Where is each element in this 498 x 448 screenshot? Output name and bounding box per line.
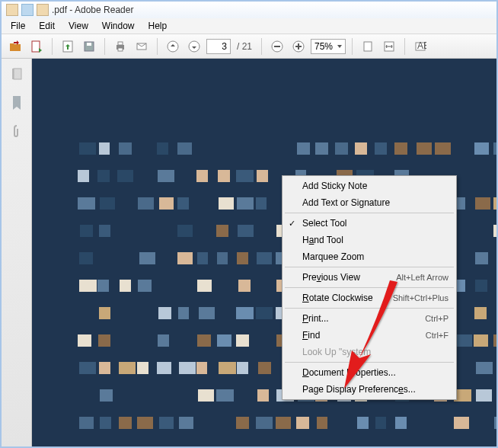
redacted-text (375, 417, 386, 429)
sidebar (2, 59, 32, 446)
zoom-out-button[interactable] (268, 37, 286, 56)
menu-edit[interactable]: Edit (33, 19, 61, 33)
redacted-text (137, 417, 153, 429)
separator (52, 38, 53, 55)
redacted-text (197, 252, 208, 264)
redacted-text (219, 362, 236, 374)
email-button[interactable] (132, 37, 151, 56)
chevron-down-icon (337, 45, 342, 48)
redacted-text (98, 334, 110, 347)
redacted-text (296, 417, 309, 429)
redacted-text (99, 307, 110, 319)
ctx-marquee-zoom[interactable]: Marquee Zoom (284, 248, 455, 265)
menu-file[interactable]: File (5, 19, 31, 33)
redacted-text (177, 197, 189, 210)
redacted-text (158, 170, 174, 182)
redacted-text (138, 280, 152, 292)
redacted-text (476, 389, 492, 402)
prev-page-button[interactable] (164, 37, 182, 56)
redacted-text (474, 307, 487, 319)
redacted-text (237, 362, 248, 374)
print-button[interactable] (111, 37, 129, 56)
redacted-text (493, 334, 496, 347)
redacted-text (474, 142, 489, 155)
redacted-text (117, 170, 133, 182)
ctx-document-properties[interactable]: Document Properties... (284, 364, 455, 381)
redacted-text (476, 362, 493, 374)
redacted-text (493, 225, 496, 237)
convert-button[interactable] (59, 37, 77, 56)
menubar: File Edit View Window Help (2, 18, 496, 34)
zoom-in-button[interactable] (289, 37, 308, 56)
redacted-text (79, 417, 94, 429)
redacted-text (216, 389, 234, 402)
menu-view[interactable]: View (62, 19, 94, 33)
thumbnails-panel-button[interactable] (9, 66, 24, 82)
page-number-input[interactable] (206, 39, 231, 54)
redacted-text (78, 197, 95, 210)
open-button[interactable] (6, 37, 24, 56)
redacted-text (119, 362, 136, 374)
separator (285, 308, 454, 309)
redacted-text (256, 417, 273, 429)
redacted-text (475, 280, 487, 292)
redacted-text (198, 389, 214, 402)
redacted-text (357, 417, 369, 429)
redacted-text (179, 362, 196, 374)
redacted-text (79, 142, 96, 155)
separator (157, 38, 158, 55)
ctx-add-sticky-note[interactable]: Add Sticky Note (284, 178, 455, 194)
fit-page-button[interactable] (359, 37, 377, 56)
fit-width-button[interactable] (380, 37, 398, 56)
redacted-text (217, 334, 231, 347)
file-thumb-3 (37, 4, 49, 16)
create-pdf-button[interactable] (27, 37, 46, 56)
bookmarks-panel-button[interactable] (9, 95, 24, 110)
ctx-select-tool[interactable]: ✓Select Tool (284, 215, 455, 232)
redacted-text (158, 307, 171, 319)
page-total: / 21 (237, 41, 252, 52)
redacted-text (119, 417, 132, 429)
read-mode-button[interactable]: ABC (411, 37, 429, 56)
redacted-text (159, 197, 174, 210)
redacted-text (79, 252, 93, 264)
separator (285, 362, 454, 363)
ctx-previous-view[interactable]: Previous ViewAlt+Left Arrow (284, 269, 455, 286)
redacted-text (238, 280, 251, 292)
separator (261, 38, 262, 55)
ctx-find[interactable]: FindCtrl+F (284, 327, 455, 344)
menu-window[interactable]: Window (96, 19, 141, 33)
svg-rect-15 (364, 42, 372, 51)
attachments-panel-button[interactable] (9, 124, 24, 139)
redacted-text (394, 142, 407, 155)
ctx-page-display-preferences[interactable]: Page Display Preferences... (284, 381, 455, 398)
redacted-text (197, 280, 212, 292)
redacted-text (217, 252, 228, 264)
save-button[interactable] (80, 37, 98, 56)
separator (285, 267, 454, 267)
redacted-text (218, 170, 230, 182)
redacted-text (236, 170, 254, 182)
zoom-select[interactable]: 75% (311, 39, 346, 54)
redacted-text (79, 362, 96, 374)
ctx-add-text-signature[interactable]: Add Text or Signature (284, 194, 455, 211)
context-menu: Add Sticky Note Add Text or Signature ✓S… (282, 175, 457, 400)
file-thumb-1 (6, 4, 18, 16)
next-page-button[interactable] (185, 37, 203, 56)
svg-rect-11 (274, 46, 280, 47)
redacted-text (237, 252, 248, 264)
svg-rect-5 (118, 42, 123, 45)
redacted-text (236, 307, 254, 319)
menu-help[interactable]: Help (142, 19, 174, 33)
ctx-rotate-clockwise[interactable]: Rotate ClockwiseShift+Ctrl+Plus (284, 290, 455, 306)
redacted-text (297, 142, 310, 155)
svg-rect-14 (298, 43, 299, 50)
redacted-text (99, 225, 110, 237)
redacted-text (456, 334, 472, 347)
ctx-hand-tool[interactable]: Hand Tool (284, 232, 455, 248)
window-title: .pdf - Adobe Reader (52, 5, 133, 15)
redacted-text (157, 362, 171, 374)
toolbar: / 21 75% ABC (2, 34, 496, 59)
redacted-text (178, 307, 189, 319)
ctx-print[interactable]: Print...Ctrl+P (284, 310, 455, 327)
